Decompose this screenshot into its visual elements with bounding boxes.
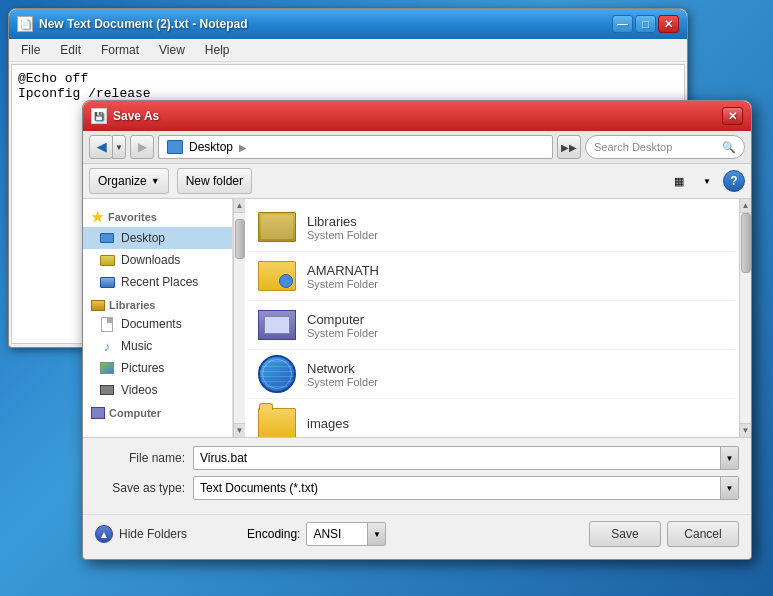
- saveas-filelist: Libraries System Folder AMARNATH System …: [245, 199, 739, 437]
- file-item-computer[interactable]: Computer System Folder: [249, 301, 735, 350]
- menu-file[interactable]: File: [17, 41, 44, 59]
- filelist-scroll-thumb[interactable]: [741, 213, 751, 273]
- footer-buttons: Save Cancel: [589, 521, 739, 547]
- filename-field-container[interactable]: ▼: [193, 446, 739, 470]
- saveas-dialog-icon: 💾: [91, 108, 107, 124]
- filelist-scrollbar[interactable]: ▲ ▼: [739, 199, 751, 437]
- saveas-toolbar: Organize ▼ New folder ▦ ▼ ?: [83, 164, 751, 199]
- scroll-thumb[interactable]: [235, 219, 245, 259]
- filetype-value: Text Documents (*.txt): [194, 481, 720, 495]
- filelist-scroll-down[interactable]: ▼: [740, 423, 751, 437]
- libraries-section: Libraries: [83, 293, 232, 313]
- sidebar-item-desktop[interactable]: Desktop: [83, 227, 232, 249]
- filetype-dropdown-arrow[interactable]: ▼: [720, 477, 738, 499]
- hide-folders-label: Hide Folders: [119, 527, 187, 541]
- cancel-button[interactable]: Cancel: [667, 521, 739, 547]
- notepad-minimize-button[interactable]: —: [612, 15, 633, 33]
- person-overlay-icon: [279, 274, 293, 288]
- nav-search-icon[interactable]: 🔍: [722, 141, 736, 154]
- menu-help[interactable]: Help: [201, 41, 234, 59]
- amarnath-file-name: AMARNATH: [307, 263, 727, 278]
- file-item-amarnath[interactable]: AMARNATH System Folder: [249, 252, 735, 301]
- documents-icon: [99, 316, 115, 332]
- filename-dropdown-arrow[interactable]: ▼: [720, 447, 738, 469]
- videos-icon: [99, 382, 115, 398]
- help-button[interactable]: ?: [723, 170, 745, 192]
- new-folder-button[interactable]: New folder: [177, 168, 252, 194]
- music-icon: ♪: [99, 338, 115, 354]
- encoding-select-container[interactable]: ANSI ▼: [306, 522, 386, 546]
- computer-section-icon: [91, 407, 105, 419]
- filetype-field-container[interactable]: Text Documents (*.txt) ▼: [193, 476, 739, 500]
- images-file-icon: [257, 405, 297, 437]
- sidebar-scrollbar[interactable]: ▲ ▼: [233, 199, 245, 437]
- sidebar-item-music[interactable]: ♪ Music: [83, 335, 232, 357]
- menu-view[interactable]: View: [155, 41, 189, 59]
- nav-back-button[interactable]: ◀: [89, 135, 113, 159]
- menu-edit[interactable]: Edit: [56, 41, 85, 59]
- favorites-section: ★ Favorites: [83, 203, 232, 227]
- file-item-libraries[interactable]: Libraries System Folder: [249, 203, 735, 252]
- nav-recent-button[interactable]: ▶▶: [557, 135, 581, 159]
- organize-label: Organize: [98, 174, 147, 188]
- filename-label: File name:: [95, 451, 185, 465]
- sidebar-desktop-label: Desktop: [121, 231, 165, 245]
- notepad-window-controls: — □ ✕: [612, 15, 679, 33]
- menu-format[interactable]: Format: [97, 41, 143, 59]
- amarnath-file-type: System Folder: [307, 278, 727, 290]
- filelist-scroll-up[interactable]: ▲: [740, 199, 751, 213]
- downloads-icon: [99, 252, 115, 268]
- images-file-name: images: [307, 416, 727, 431]
- sidebar-videos-label: Videos: [121, 383, 157, 397]
- scroll-down-arrow[interactable]: ▼: [234, 423, 245, 437]
- filename-input[interactable]: [194, 447, 720, 469]
- notepad-line-1: @Echo off: [18, 71, 678, 86]
- location-folder-icon: [167, 140, 183, 154]
- view-dropdown-button[interactable]: ▼: [695, 169, 719, 193]
- sidebar-item-videos[interactable]: Videos: [83, 379, 232, 401]
- sidebar-item-documents[interactable]: Documents: [83, 313, 232, 335]
- sidebar-item-downloads[interactable]: Downloads: [83, 249, 232, 271]
- new-folder-label: New folder: [186, 174, 243, 188]
- amarnath-file-icon: [257, 258, 297, 294]
- encoding-dropdown-arrow[interactable]: ▼: [367, 523, 385, 545]
- save-button[interactable]: Save: [589, 521, 661, 547]
- nav-location-arrow: ▶: [239, 142, 247, 153]
- encoding-section: Encoding: ANSI ▼: [247, 522, 386, 546]
- notepad-close-button[interactable]: ✕: [658, 15, 679, 33]
- saveas-body: ★ Favorites Desktop Downloads Recent Pl: [83, 199, 751, 437]
- filetype-label: Save as type:: [95, 481, 185, 495]
- computer-file-type: System Folder: [307, 327, 727, 339]
- notepad-icon: 📄: [17, 16, 33, 32]
- notepad-maximize-button[interactable]: □: [635, 15, 656, 33]
- nav-search-bar[interactable]: Search Desktop 🔍: [585, 135, 745, 159]
- file-item-network[interactable]: Network System Folder: [249, 350, 735, 399]
- sidebar-downloads-label: Downloads: [121, 253, 180, 267]
- nav-back-dropdown[interactable]: ▼: [112, 135, 126, 159]
- computer-section: Computer: [83, 401, 232, 421]
- sidebar-item-recent[interactable]: Recent Places: [83, 271, 232, 293]
- nav-location-text: Desktop: [189, 140, 233, 154]
- libraries-file-name: Libraries: [307, 214, 727, 229]
- libraries-folder-icon: [91, 300, 105, 311]
- scroll-up-arrow[interactable]: ▲: [234, 199, 245, 213]
- sidebar-item-pictures[interactable]: Pictures: [83, 357, 232, 379]
- libraries-file-type: System Folder: [307, 229, 727, 241]
- encoding-value: ANSI: [307, 527, 367, 541]
- filetype-row: Save as type: Text Documents (*.txt) ▼: [95, 476, 739, 500]
- toolbar-right: ▦ ▼ ?: [667, 169, 745, 193]
- saveas-title: Save As: [113, 109, 722, 123]
- view-options-button[interactable]: ▦: [667, 169, 691, 193]
- organize-button[interactable]: Organize ▼: [89, 168, 169, 194]
- computer-file-info: Computer System Folder: [307, 312, 727, 339]
- saveas-sidebar: ★ Favorites Desktop Downloads Recent Pl: [83, 199, 233, 437]
- nav-forward-button[interactable]: ▶: [130, 135, 154, 159]
- hide-folders-arrow-icon: ▲: [95, 525, 113, 543]
- saveas-close-button[interactable]: ✕: [722, 107, 743, 125]
- hide-folders-button[interactable]: ▲ Hide Folders: [95, 525, 187, 543]
- organize-arrow-icon: ▼: [151, 176, 160, 186]
- libraries-file-info: Libraries System Folder: [307, 214, 727, 241]
- file-item-images[interactable]: images: [249, 399, 735, 437]
- nav-location-bar[interactable]: Desktop ▶: [158, 135, 553, 159]
- saveas-navbar: ◀ ▼ ▶ Desktop ▶ ▶▶ Search Desktop 🔍: [83, 131, 751, 164]
